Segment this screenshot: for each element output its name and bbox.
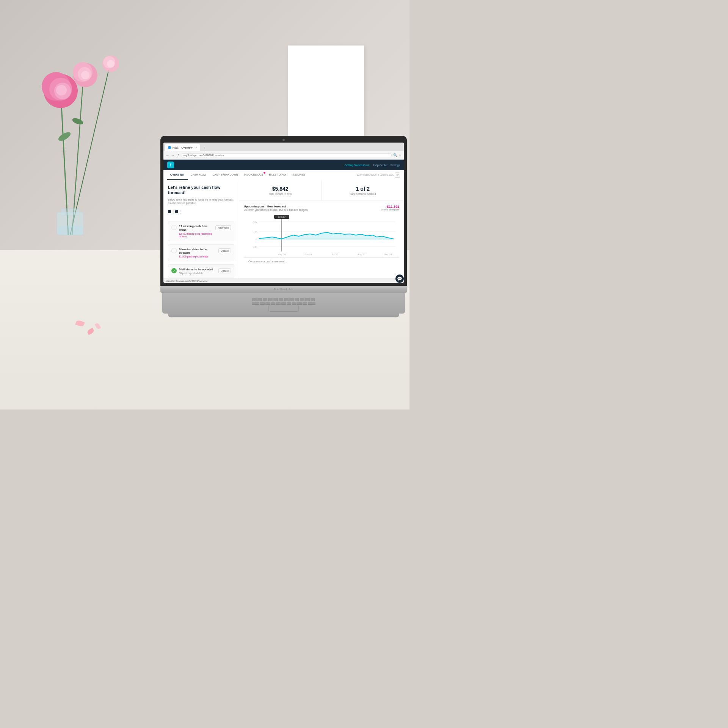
key	[252, 298, 257, 301]
stat-balance: $5,842 Total balance in Xero	[239, 180, 322, 201]
task-bill-dates: ✓ 0 bill dates to be updated 50 past exp…	[168, 264, 234, 278]
task-2-circle	[171, 248, 177, 253]
key	[305, 298, 310, 301]
update-bills-button[interactable]: Update	[218, 268, 231, 273]
url-status-text: https://my.floatapp.com/b/48381/overview	[166, 279, 207, 282]
task-2-title: 6 invoice dates to be updated	[179, 248, 216, 255]
float-logo[interactable]: f	[167, 162, 174, 168]
url-bar-bottom: https://my.floatapp.com/b/48381/overview	[163, 278, 404, 283]
svg-text:50k: 50k	[253, 221, 257, 223]
task-3-info: 0 bill dates to be updated 50 past expec…	[179, 268, 216, 275]
topbar-getting-started[interactable]: Getting Started Guide	[345, 163, 370, 166]
address-bar[interactable]: my.floatapp.com/b/48381/overview	[181, 153, 392, 157]
tab-daily-breakdown[interactable]: DAILY BREAKDOWN	[209, 170, 241, 180]
balance-label: Total balance in Xero	[269, 192, 292, 195]
chart-header: Upcoming cash flow forecast Built from y…	[244, 205, 399, 211]
key	[300, 298, 304, 301]
sync-text: LAST XERO SYNC: 7 HOURS AGO	[357, 174, 394, 176]
bookmark-icon[interactable]: ☆	[399, 153, 402, 157]
key	[311, 298, 315, 301]
laptop-screen-outer: Float – Overview × + ← → ↺ my.floatapp.c…	[160, 136, 407, 286]
svg-text:Sep '20: Sep '20	[384, 253, 392, 256]
sync-button[interactable]: ↺	[395, 172, 400, 177]
float-nav: OVERVIEW CASH FLOW DAILY BREAKDOWN INVOI…	[163, 170, 404, 180]
decorative-frame	[288, 46, 364, 144]
metric-value: -$11,391	[381, 205, 399, 209]
key	[276, 302, 281, 304]
key	[252, 302, 259, 304]
svg-text:Aug '20: Aug '20	[358, 253, 366, 256]
stats-row: $5,842 Total balance in Xero 1 of 2 Bank…	[239, 180, 404, 201]
task-1-info: 17 missing cash flow items $2,473 needs …	[179, 224, 213, 238]
update-invoices-button[interactable]: Update	[218, 248, 231, 253]
tab-overview[interactable]: OVERVIEW	[167, 170, 188, 180]
stat-bank-accounts: 1 of 2 Bank accounts included	[322, 180, 404, 201]
chart-title: Upcoming cash flow forecast	[244, 205, 308, 208]
back-button[interactable]: ←	[166, 153, 169, 157]
key	[279, 298, 283, 301]
forward-button[interactable]: →	[171, 153, 175, 157]
logo-letter: f	[170, 163, 171, 167]
reconcile-button[interactable]: Reconcile	[215, 225, 231, 230]
browser-tabs: Float – Overview × +	[163, 143, 404, 151]
key	[308, 302, 315, 304]
refine-title: Let's refine your cash flow forecast!	[168, 185, 234, 196]
task-3-circle: ✓	[171, 268, 177, 273]
checklist-item-2: ≡≡	[175, 210, 181, 215]
key	[257, 298, 262, 301]
trackpad[interactable]	[268, 305, 299, 312]
svg-text:TODAY: TODAY	[278, 216, 286, 218]
laptop-camera	[282, 139, 285, 141]
bank-value: 1 of 2	[356, 185, 370, 191]
tab-invoices-due[interactable]: INVOICES DUE	[241, 170, 266, 180]
laptop-screen: Float – Overview × + ← → ↺ my.floatapp.c…	[163, 143, 404, 283]
chart-subtitle: Built from your balance in Xero, invoice…	[244, 209, 308, 211]
checklist-item-1: ≡≡	[168, 210, 174, 215]
key	[303, 302, 307, 304]
check-1	[168, 210, 171, 213]
left-panel: Let's refine your cash flow forecast! Be…	[163, 180, 239, 278]
task-2-subtitle: $1,859 past expected date	[179, 255, 216, 258]
checklist-icons: ≡≡ ≡≡	[168, 210, 234, 217]
laptop-base	[160, 286, 407, 293]
bank-label: Bank accounts included	[350, 192, 376, 195]
key	[289, 298, 294, 301]
svg-text:Jul '20: Jul '20	[331, 253, 338, 256]
new-tab-btn[interactable]: +	[202, 145, 208, 151]
key	[295, 298, 299, 301]
float-topbar: f Getting Started Guide Help Center Sett…	[163, 160, 404, 170]
tab-favicon	[168, 146, 171, 149]
svg-text:May '20: May '20	[278, 253, 286, 256]
tab-bills-to-pay[interactable]: BILLS TO PAY	[266, 170, 289, 180]
browser-actions: 🔍 ☆	[393, 153, 402, 157]
refresh-button[interactable]: ↺	[176, 153, 179, 157]
key	[265, 302, 270, 304]
chart-area: Upcoming cash flow forecast Built from y…	[239, 201, 404, 278]
laptop: Float – Overview × + ← → ↺ my.floatapp.c…	[160, 136, 407, 317]
key	[263, 298, 267, 301]
task-1-subtitle: $2,473 needs to be reconciled in Xero	[179, 232, 213, 238]
sync-info: LAST XERO SYNC: 7 HOURS AGO ↺	[357, 172, 400, 177]
svg-text:-25k: -25k	[253, 246, 257, 248]
task-2-info: 6 invoice dates to be updated $1,859 pas…	[179, 248, 216, 258]
browser-tab-float[interactable]: Float – Overview ×	[165, 144, 200, 151]
key	[287, 302, 291, 304]
tab-close-btn[interactable]: ×	[196, 146, 198, 149]
key	[273, 298, 278, 301]
keyboard-row-1	[252, 298, 315, 301]
float-app: f Getting Started Guide Help Center Sett…	[163, 160, 404, 283]
svg-text:Jun 20: Jun 20	[305, 253, 312, 256]
topbar-help-center[interactable]: Help Center	[373, 163, 387, 166]
search-icon[interactable]: 🔍	[393, 153, 397, 157]
tab-insights[interactable]: INSIGHTS	[289, 170, 308, 180]
keyboard-row-2	[252, 302, 315, 304]
refine-desc: Below are a few areas to focus on to kee…	[168, 198, 234, 206]
key	[297, 302, 302, 304]
tab-cash-flow[interactable]: CASH FLOW	[188, 170, 210, 180]
topbar-links: Getting Started Guide Help Center Settin…	[345, 163, 400, 166]
laptop-keyboard	[162, 293, 405, 314]
chart-svg: 50k 25k 0 -25k TODAY	[244, 214, 399, 256]
task-3-subtitle: 50 past expected date	[179, 272, 216, 275]
topbar-settings[interactable]: Settings	[391, 163, 400, 166]
check-2	[175, 210, 178, 213]
